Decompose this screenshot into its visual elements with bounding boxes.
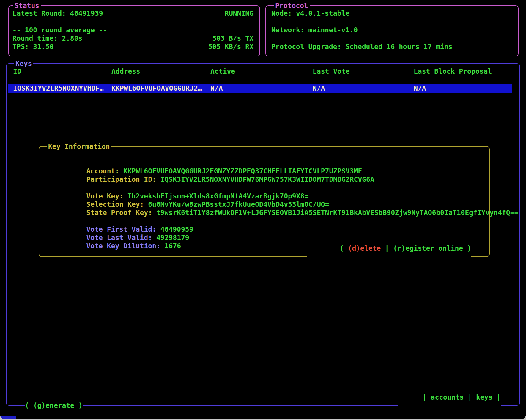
account-line: Account: KKPWL6OFVUFOAVQGGURJ2EGNZYZZDPE… [45,159,489,167]
vote-last-valid-label: Vote Last Valid: [86,234,156,241]
spacer-line [271,18,512,26]
account-label: Account: [86,167,123,175]
spacer-line [45,150,489,159]
column-header-last-vote: Last Vote [313,67,414,75]
selection-key-label: Selection Key: [86,200,148,208]
vote-key-line: Vote Key: Th2veksbETjsmn+Xlds8xGfmpNtA4V… [45,184,489,192]
tabs-pipe-close: | [492,393,501,401]
key-information-panel: Key Information Account: KKPWL6OFVUFOAVQ… [39,146,490,257]
round-average-header: -- 100 round average -- [12,26,107,34]
column-header-last-block-proposal: Last Block Proposal [414,67,508,75]
protocol-line-node: Node: v4.0.1-stable [271,9,512,18]
state-proof-key-label: State Proof Key: [86,209,156,217]
rx-rate-value: 505 KB/s RX [208,42,253,51]
vote-key-value: Th2veksbETjsmn+Xlds8xGfmpNtA4VzarBgjk70p… [127,192,308,200]
vote-first-valid-label: Vote First Valid: [86,225,160,233]
status-line-round-time: Round time: 2.80s 503 B/s TX [12,34,253,42]
participation-id-label: Participation ID: [86,176,160,183]
delete-key-button[interactable]: (d)elete [348,244,381,252]
tx-rate-value: 503 B/s TX [212,34,253,42]
row-cell-active: N/A [210,84,313,93]
round-time-value: Round time: 2.80s [12,34,82,42]
terminal-window: Status Latest Round: 46491939 RUNNING --… [0,0,526,419]
row-cell-address: KKPWL6OFVUFOAVQGGURJ2… [111,84,210,93]
generate-key-button[interactable]: ( (g)enerate ) [25,401,83,410]
node-state-badge: RUNNING [225,9,253,18]
protocol-panel-body: Node: v4.0.1-stable Network: mainnet-v1.… [266,6,518,51]
column-header-active: Active [210,67,313,75]
status-panel-body: Latest Round: 46491939 RUNNING -- 100 ro… [9,6,259,51]
status-line-avg-header: -- 100 round average -- [12,26,253,34]
protocol-panel: Protocol Node: v4.0.1-stable Network: ma… [265,5,519,56]
protocol-line-network: Network: mainnet-v1.0 [271,26,512,34]
row-cell-last-vote: N/A [313,84,414,93]
status-line-tps: TPS: 31.50 505 KB/s RX [12,42,253,51]
row-cell-id: IQSK3IYV2LR5NOXNYVHDF… [13,84,111,93]
row-cell-last-block-proposal: N/A [414,84,512,93]
protocol-line-upgrade: Protocol Upgrade: Scheduled 16 hours 17 … [271,42,512,51]
account-value: KKPWL6OFVUFOAVQGGURJ2EGNZYZZDPEQ37CHEFLL… [123,167,362,175]
key-table-row-selected[interactable]: IQSK3IYV2LR5NOXNYVHDF… KKPWL6OFVUFOAVQGG… [8,84,512,93]
bottom-blue-strip [0,416,16,419]
vote-first-valid-value: 46490959 [160,225,193,233]
keys-table-header: ID Address Active Last Vote Last Block P… [13,67,508,75]
key-actions-separator: | [381,244,393,252]
key-actions: ( (d)elete | (r)egister online ) [307,236,471,261]
protocol-upgrade-value: Protocol Upgrade: Scheduled 16 hours 17 … [271,42,452,51]
status-panel-title: Status [13,1,41,10]
tps-value: TPS: 31.50 [12,42,53,51]
tabs-pipe-mid: | [464,393,476,401]
table-header-divider [8,80,512,80]
keys-panel: Keys ID Address Active Last Vote Last Bl… [6,63,520,406]
keys-panel-title: Keys [14,59,33,68]
vote-key-dilution-label: Vote Key Dilution: [86,242,164,250]
key-actions-close-paren: ) [463,244,471,252]
column-header-id: ID [13,67,111,75]
tab-accounts[interactable]: accounts [431,393,464,401]
selection-key-value: 6u6MvYKu/w8zwPBsstxJ7fkUueOD4VbD4v53lmOC… [148,200,329,208]
vote-first-valid-line: Vote First Valid: 46490959 [45,217,489,225]
register-online-button[interactable]: (r)egister online [393,244,463,252]
tabs-pipe-open: | [423,393,431,401]
key-information-body: Account: KKPWL6OFVUFOAVQGGURJ2EGNZYZZDPE… [39,147,489,242]
status-panel: Status Latest Round: 46491939 RUNNING --… [8,5,260,56]
vote-key-label: Vote Key: [86,192,127,200]
network-value: Network: mainnet-v1.0 [271,26,358,34]
state-proof-key-value: t9wsrK6tiT1Y8zfWUkDF1V+LJGFYSEOVB1JiA5SE… [156,209,519,217]
node-version-value: Node: v4.0.1-stable [271,9,349,18]
latest-round-value: Latest Round: 46491939 [12,9,103,18]
key-actions-open-paren: ( [340,244,348,252]
tab-keys[interactable]: keys [476,393,492,401]
column-header-address: Address [111,67,210,75]
view-tabs: | accounts | keys | [398,385,501,410]
spacer-line [12,18,253,26]
protocol-panel-title: Protocol [274,1,310,10]
vote-key-dilution-value: 1676 [165,242,181,250]
status-line-round: Latest Round: 46491939 RUNNING [12,9,253,18]
participation-id-value: IQSK3IYV2LR5NOXNYVHDFW76MPGW757K3WIIDOM7… [160,176,374,183]
key-information-title: Key Information [47,142,111,151]
spacer-line [271,34,512,42]
vote-last-valid-value: 49298179 [156,234,189,241]
